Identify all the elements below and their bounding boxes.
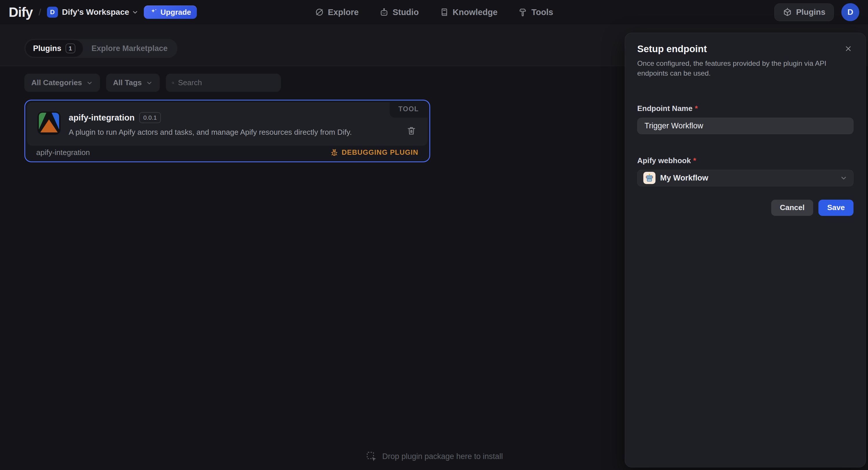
knowledge-book-icon	[439, 7, 449, 17]
chevron-down-icon	[146, 79, 153, 86]
plugin-name: apify-integration	[69, 113, 134, 123]
nav-item-studio[interactable]: Studio	[379, 7, 418, 17]
apify-webhook-field: Apify webhook*	[637, 156, 854, 186]
endpoint-name-field: Endpoint Name*	[637, 104, 854, 134]
workspace-selector[interactable]: D Dify's Workspace	[47, 7, 138, 18]
apify-plugin-icon	[37, 111, 61, 135]
required-asterisk: *	[693, 156, 696, 165]
categories-label: All Categories	[31, 78, 82, 87]
close-panel-button[interactable]	[843, 43, 854, 54]
plugins-button-label: Plugins	[796, 7, 826, 17]
chevron-down-icon	[840, 174, 847, 182]
main-nav: Explore Studio Knowledge Tools	[315, 0, 553, 24]
tags-dropdown[interactable]: All Tags	[106, 74, 160, 92]
tab-group: Plugins 1 Explore Marketplace	[24, 39, 178, 58]
delete-plugin-button[interactable]	[406, 126, 416, 136]
nav-label: Knowledge	[453, 7, 497, 17]
header-right: Plugins D	[774, 3, 859, 21]
nav-item-tools[interactable]: Tools	[518, 7, 553, 17]
webhook-select[interactable]: My Workflow	[637, 170, 854, 186]
drop-plugin-zone[interactable]: Drop plugin package here to install	[365, 450, 503, 463]
tools-hammer-icon	[518, 7, 528, 17]
upgrade-button[interactable]: Upgrade	[144, 5, 197, 19]
chevron-down-icon	[86, 79, 93, 86]
tab-plugins-label: Plugins	[33, 44, 61, 53]
dify-logo: Dify	[9, 4, 33, 20]
panel-actions: Cancel Save	[637, 200, 854, 216]
plugin-description: A plugin to run Apify actors and tasks, …	[69, 128, 352, 137]
plugins-count-badge: 1	[65, 43, 75, 53]
panel-title: Setup endpoint	[637, 43, 707, 55]
sparkle-icon	[150, 8, 158, 16]
nav-label: Tools	[531, 7, 553, 17]
debugging-plugin-flag: DEBUGGING PLUGIN	[330, 148, 418, 157]
trash-icon	[406, 126, 416, 136]
plugin-package-name: apify-integration	[36, 148, 90, 157]
bug-icon	[330, 148, 338, 157]
nav-label: Explore	[328, 7, 359, 17]
plugin-card-footer: apify-integration DEBUGGING PLUGIN	[25, 146, 429, 161]
workspace-name: Dify's Workspace	[62, 7, 129, 17]
close-icon	[844, 45, 852, 53]
breadcrumb-separator: /	[38, 7, 41, 18]
nav-item-explore[interactable]: Explore	[315, 7, 359, 17]
required-asterisk: *	[695, 104, 698, 113]
filter-toolbar: All Categories All Tags	[24, 74, 281, 92]
debugging-plugin-label: DEBUGGING PLUGIN	[342, 148, 418, 157]
plugin-card-body: apify-integration 0.0.1 A plugin to run …	[27, 102, 428, 146]
plugin-card-apify-integration[interactable]: apify-integration 0.0.1 A plugin to run …	[24, 100, 430, 162]
nav-label: Studio	[393, 7, 418, 17]
explore-icon	[315, 7, 324, 17]
save-button[interactable]: Save	[818, 200, 854, 216]
apify-webhook-label: Apify webhook	[637, 156, 691, 165]
categories-dropdown[interactable]: All Categories	[24, 74, 100, 92]
dify-plugins-screen: Dify / D Dify's Workspace Upgrade Explor…	[0, 0, 868, 470]
package-icon	[783, 7, 792, 17]
nav-item-knowledge[interactable]: Knowledge	[439, 7, 497, 17]
tab-explore-marketplace[interactable]: Explore Marketplace	[83, 44, 177, 53]
search-icon	[172, 79, 175, 87]
endpoint-name-input[interactable]	[637, 118, 854, 134]
plugin-version-badge: 0.0.1	[139, 112, 161, 123]
cancel-button[interactable]: Cancel	[771, 200, 813, 216]
tab-plugins[interactable]: Plugins 1	[26, 40, 83, 57]
top-header: Dify / D Dify's Workspace Upgrade Explor…	[0, 0, 868, 24]
studio-robot-icon	[379, 7, 389, 17]
upgrade-label: Upgrade	[161, 8, 191, 17]
plugin-card-text: apify-integration 0.0.1 A plugin to run …	[69, 111, 352, 146]
selected-workflow-name: My Workflow	[660, 174, 708, 182]
chevron-down-icon	[132, 9, 138, 15]
plugin-type-badge: TOOL	[390, 102, 428, 118]
drop-hint-text: Drop plugin package here to install	[382, 452, 503, 461]
workflow-robot-icon	[643, 172, 655, 184]
search-box	[166, 74, 281, 92]
endpoint-name-label: Endpoint Name	[637, 104, 692, 113]
setup-endpoint-panel: Setup endpoint Once configured, the feat…	[625, 33, 866, 467]
tags-label: All Tags	[113, 78, 142, 87]
workspace-badge: D	[47, 7, 58, 18]
plugins-button[interactable]: Plugins	[774, 3, 834, 21]
search-input[interactable]	[178, 78, 275, 87]
user-avatar[interactable]: D	[841, 3, 859, 21]
drop-package-icon	[365, 450, 377, 463]
panel-description: Once configured, the features provided b…	[637, 59, 837, 78]
